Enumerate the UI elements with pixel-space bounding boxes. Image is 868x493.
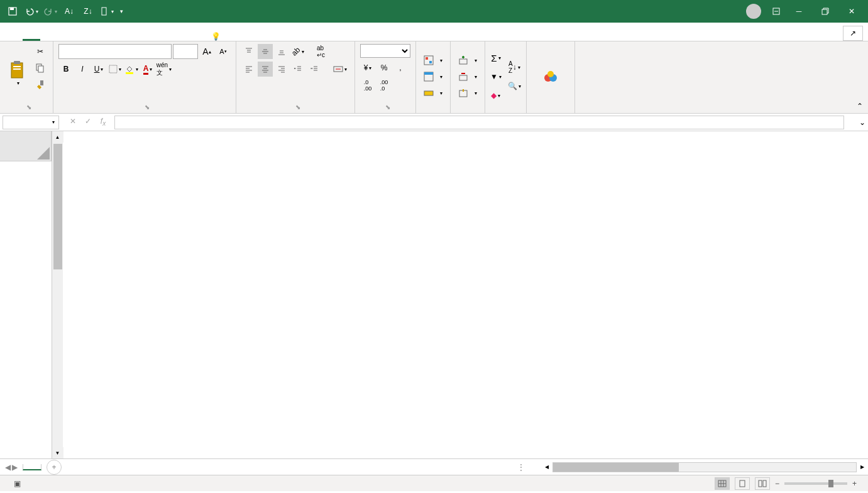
scroll-down-icon[interactable]: ▼ — [52, 447, 63, 458]
tab-split-icon[interactable]: ⋮ — [514, 463, 529, 472]
tab-layout[interactable] — [58, 33, 75, 41]
share-button[interactable]: ↗ — [843, 26, 863, 41]
fill-button[interactable]: ▼▾ — [490, 69, 502, 84]
expand-formula-icon[interactable]: ⌄ — [857, 118, 868, 127]
italic-button[interactable]: I — [75, 62, 90, 77]
next-sheet-icon[interactable]: ▶ — [12, 463, 18, 472]
select-all-corner[interactable] — [0, 131, 52, 161]
orientation-button[interactable]: ab▾ — [290, 44, 305, 59]
tab-formulas[interactable] — [75, 33, 93, 41]
prev-sheet-icon[interactable]: ◀ — [5, 463, 11, 472]
cut-button[interactable]: ✂ — [33, 44, 48, 59]
name-box[interactable]: ▾ — [3, 116, 59, 129]
scroll-thumb[interactable] — [53, 144, 62, 269]
redo-icon[interactable]: ▾ — [41, 3, 59, 20]
zoom-in-button[interactable]: + — [852, 479, 857, 488]
chevron-down-icon[interactable]: ▾ — [52, 119, 55, 125]
tab-home[interactable] — [23, 31, 40, 41]
tab-baidu[interactable] — [181, 33, 199, 41]
copy-button[interactable] — [33, 60, 48, 75]
paste-button[interactable]: ▾ — [5, 44, 30, 102]
merge-button[interactable]: ▾ — [331, 62, 349, 77]
tab-help[interactable] — [163, 33, 181, 41]
conditional-format-button[interactable]: ▾ — [421, 54, 445, 67]
tell-me-search[interactable]: 💡 — [211, 32, 224, 41]
vertical-scrollbar[interactable]: ▲ ▼ — [52, 131, 63, 458]
font-size-select[interactable] — [173, 44, 198, 59]
minimize-icon[interactable]: ─ — [786, 3, 811, 20]
hscroll-thumb[interactable] — [553, 463, 679, 472]
align-middle-button[interactable] — [258, 44, 273, 59]
alignment-launcher-icon[interactable]: ⬊ — [295, 104, 300, 111]
fill-color-button[interactable]: ▾ — [124, 62, 139, 77]
number-format-select[interactable] — [360, 44, 410, 58]
save-to-baidu-button[interactable] — [532, 44, 569, 109]
number-launcher-icon[interactable]: ⬊ — [385, 104, 390, 111]
clipboard-launcher-icon[interactable]: ⬊ — [26, 104, 31, 111]
zoom-out-button[interactable]: − — [775, 479, 779, 488]
save-icon[interactable] — [4, 3, 21, 20]
align-right-button[interactable] — [274, 62, 289, 77]
avatar[interactable] — [746, 4, 761, 19]
percent-button[interactable]: % — [376, 60, 392, 75]
wrap-text-button[interactable]: ab↵c — [314, 44, 327, 59]
tab-view[interactable] — [128, 33, 146, 41]
font-color-button[interactable]: A▾ — [140, 62, 155, 77]
cancel-formula-button[interactable]: ✕ — [67, 117, 79, 127]
sort-desc-icon[interactable]: Z↓ — [79, 3, 97, 20]
scroll-left-icon[interactable]: ◀ — [541, 462, 552, 473]
format-painter-button[interactable] — [33, 77, 48, 92]
restore-icon[interactable] — [813, 3, 838, 20]
delete-cells-button[interactable]: ▾ — [456, 70, 480, 83]
decrease-font-button[interactable]: A▾ — [216, 44, 231, 59]
tab-data[interactable] — [93, 33, 111, 41]
cell-styles-button[interactable]: ▾ — [421, 87, 445, 99]
tab-file[interactable] — [5, 33, 23, 41]
scroll-right-icon[interactable]: ▶ — [857, 462, 868, 473]
zoom-slider[interactable] — [784, 482, 847, 485]
sort-filter-button[interactable]: AZ↓▾ — [508, 60, 521, 75]
decrease-indent-button[interactable] — [290, 62, 305, 77]
font-name-select[interactable] — [58, 44, 172, 59]
scroll-up-icon[interactable]: ▲ — [52, 131, 63, 143]
page-break-view-button[interactable] — [755, 477, 770, 490]
clear-button[interactable]: ◆▾ — [490, 88, 502, 103]
tab-dev[interactable] — [146, 33, 163, 41]
fx-button[interactable]: fx — [97, 117, 109, 127]
tab-review[interactable] — [111, 33, 128, 41]
accept-formula-button[interactable]: ✓ — [82, 117, 94, 127]
align-bottom-button[interactable] — [274, 44, 289, 59]
autosum-button[interactable]: Σ▾ — [490, 50, 502, 65]
increase-decimal-button[interactable]: .0.00 — [360, 78, 375, 93]
formula-input[interactable] — [114, 116, 844, 129]
add-sheet-button[interactable]: + — [47, 460, 62, 475]
increase-font-button[interactable]: A▴ — [199, 44, 214, 59]
page-layout-view-button[interactable] — [735, 477, 750, 490]
macro-record-icon[interactable]: ▣ — [14, 479, 21, 488]
font-launcher-icon[interactable]: ⬊ — [145, 104, 150, 111]
bold-button[interactable]: B — [58, 62, 74, 77]
phonetic-button[interactable]: wén文▾ — [157, 62, 172, 77]
close-icon[interactable]: ✕ — [839, 3, 864, 20]
horizontal-scrollbar[interactable]: ◀ ▶ — [541, 462, 868, 473]
align-left-button[interactable] — [241, 62, 256, 77]
format-cells-button[interactable]: ▾ — [456, 87, 480, 99]
undo-icon[interactable]: ▾ — [23, 3, 40, 20]
qat-customize-icon[interactable]: ▾ — [117, 3, 126, 20]
ribbon-options-icon[interactable] — [767, 3, 785, 20]
normal-view-button[interactable] — [715, 477, 730, 490]
tab-insert[interactable] — [40, 33, 58, 41]
increase-indent-button[interactable] — [307, 62, 322, 77]
sort-asc-icon[interactable]: A↓ — [60, 3, 78, 20]
collapse-ribbon-icon[interactable]: ⌃ — [857, 102, 863, 111]
underline-button[interactable]: U▾ — [91, 62, 106, 77]
find-select-button[interactable]: 🔍▾ — [508, 79, 521, 94]
user-account[interactable] — [742, 4, 761, 19]
touch-mode-icon[interactable]: ▾ — [98, 3, 116, 20]
sheet-tab[interactable] — [23, 464, 41, 470]
align-top-button[interactable] — [241, 44, 256, 59]
decrease-decimal-button[interactable]: .00.0 — [376, 78, 392, 93]
borders-button[interactable]: ▾ — [107, 62, 123, 77]
accounting-format-button[interactable]: ¥▾ — [360, 60, 375, 75]
zoom-thumb[interactable] — [828, 480, 833, 487]
